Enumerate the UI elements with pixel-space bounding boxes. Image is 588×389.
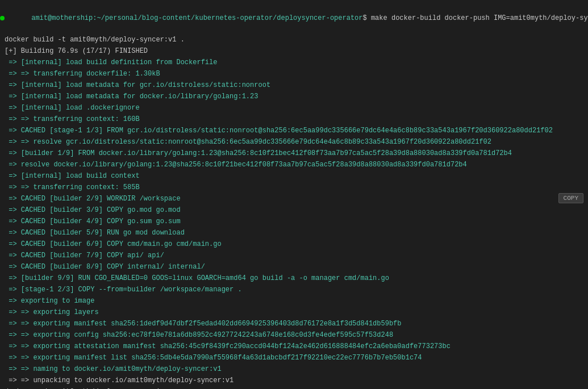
terminal-line: => => naming to docker.io/amit0myth/depl… xyxy=(0,363,588,375)
terminal-line: => => exporting manifest list sha256:5db… xyxy=(0,352,588,363)
copy-button-container: => CACHED [builder 2/9] WORKDIR /workspa… xyxy=(0,193,588,204)
terminal-line: [+] Building 76.9s (17/17) FINISHED xyxy=(0,45,588,57)
prompt-command: make docker-build docker-push IMG=amit0m… xyxy=(367,14,588,22)
terminal-line: => CACHED [builder 4/9] COPY go.sum go.s… xyxy=(0,216,588,227)
terminal-line: => [internal] load metadata for gcr.io/d… xyxy=(0,80,588,91)
terminal-line: => CACHED [builder 3/9] COPY go.mod go.m… xyxy=(0,204,588,216)
terminal-line: => CACHED [builder 2/9] WORKDIR /workspa… xyxy=(0,193,588,204)
terminal-line: => [builder 1/9] FROM docker.io/library/… xyxy=(0,148,588,159)
terminal-line: => [internal] load .dockerignore xyxy=(0,102,588,114)
terminal-line: => resolve docker.io/library/golang:1.23… xyxy=(0,159,588,170)
terminal-line: => CACHED [builder 5/9] RUN go mod downl… xyxy=(0,227,588,239)
terminal-line: => CACHED [builder 7/9] COPY api/ api/ xyxy=(0,250,588,261)
terminal-line: => [internal] load metadata for docker.i… xyxy=(0,91,588,102)
terminal-line: => [stage-1 2/3] COPY --from=builder /wo… xyxy=(0,284,588,295)
terminal-line: => [internal] load build definition from… xyxy=(0,57,588,68)
terminal-line: => => exporting manifest sha256:1dedf9d4… xyxy=(0,318,588,329)
terminal-line: => => exporting config sha256:ec78f10e78… xyxy=(0,329,588,341)
prompt-line: amit@mothership:~/personal/blog-content/… xyxy=(0,2,588,34)
terminal-line: => [internal] load build context xyxy=(0,170,588,182)
terminal-line: => CACHED [stage-1 1/3] FROM gcr.io/dist… xyxy=(0,125,588,136)
terminal-line: => CACHED [builder 6/9] COPY cmd/main.go… xyxy=(0,239,588,250)
terminal-line: => [builder 9/9] RUN CGO_ENABLED=0 GOOS=… xyxy=(0,273,588,284)
terminal-line: => CACHED [builder 8/9] COPY internal/ i… xyxy=(0,261,588,273)
terminal-line: docker push amit0myth/deploy-syncer:v1 xyxy=(0,386,588,389)
terminal-line: => exporting to image xyxy=(0,295,588,307)
terminal: amit@mothership:~/personal/blog-content/… xyxy=(0,0,588,389)
prompt-text: amit@mothership:~/personal/blog-content/… xyxy=(7,3,588,34)
terminal-line: => => transferring context: 160B xyxy=(0,114,588,125)
terminal-line: => => exporting attestation manifest sha… xyxy=(0,341,588,352)
terminal-line: => => unpacking to docker.io/amit0myth/d… xyxy=(0,375,588,386)
prompt-separator: $ xyxy=(363,14,367,22)
terminal-line: => => transferring dockerfile: 1.30kB xyxy=(0,68,588,80)
terminal-line: => => exporting layers xyxy=(0,307,588,318)
terminal-line: => => transferring context: 585B xyxy=(0,182,588,193)
prompt-user-host: amit@mothership:~/personal/blog-content/… xyxy=(31,14,362,22)
copy-button[interactable]: COPY xyxy=(558,193,583,203)
terminal-line: docker build -t amit0myth/deploy-syncer:… xyxy=(0,34,588,45)
prompt-dot xyxy=(0,16,5,20)
terminal-line: => => resolve gcr.io/distroless/static:n… xyxy=(0,136,588,148)
